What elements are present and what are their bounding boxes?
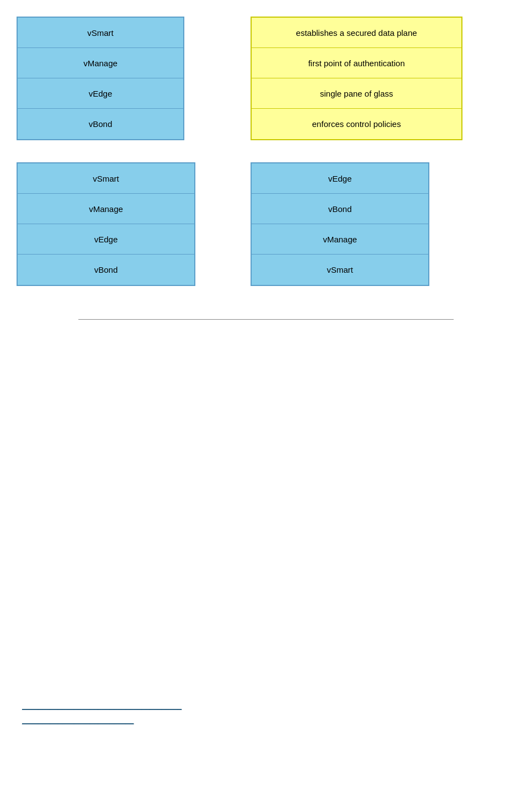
quiz1-right-item-4[interactable]: enforces control policies [252,109,461,139]
quiz1-right-item-3[interactable]: single pane of glass [252,78,461,109]
quiz2-right-column: vEdge vBond vManage vSmart [251,162,429,286]
quiz2-right-item-2[interactable]: vBond [252,194,428,224]
quiz2-right-item-4[interactable]: vSmart [252,255,428,285]
quiz-section-1: vSmart vManage vEdge vBond establishes a… [17,17,515,140]
link-line-1: ________________________________________ [22,701,515,711]
link-2[interactable]: ____________________________ [22,716,134,724]
quiz1-right-column: establishes a secured data plane first p… [251,17,462,140]
quiz1-left-item-2[interactable]: vManage [18,48,183,78]
quiz-section-2: vSmart vManage vEdge vBond vEdge vBond v… [17,162,515,286]
quiz2-left-item-2[interactable]: vManage [18,194,194,224]
main-container: vSmart vManage vEdge vBond establishes a… [0,0,532,740]
quiz2-left-column: vSmart vManage vEdge vBond [17,162,195,286]
quiz1-right-item-2[interactable]: first point of authentication [252,48,461,78]
divider-line [78,319,454,320]
link-line-2: ____________________________ [22,715,515,725]
quiz1-left-column: vSmart vManage vEdge vBond [17,17,184,140]
quiz2-right-item-1[interactable]: vEdge [252,163,428,194]
quiz2-right-item-3[interactable]: vManage [252,224,428,255]
quiz2-left-item-4[interactable]: vBond [18,255,194,285]
quiz1-left-item-1[interactable]: vSmart [18,18,183,48]
quiz1-left-item-4[interactable]: vBond [18,109,183,139]
quiz2-left-item-1[interactable]: vSmart [18,163,194,194]
quiz2-left-item-3[interactable]: vEdge [18,224,194,255]
quiz1-left-item-3[interactable]: vEdge [18,78,183,109]
link-1[interactable]: ________________________________________ [22,702,182,710]
quiz1-right-item-1[interactable]: establishes a secured data plane [252,18,461,48]
links-section: ________________________________________… [17,701,515,725]
spacer [17,342,515,535]
